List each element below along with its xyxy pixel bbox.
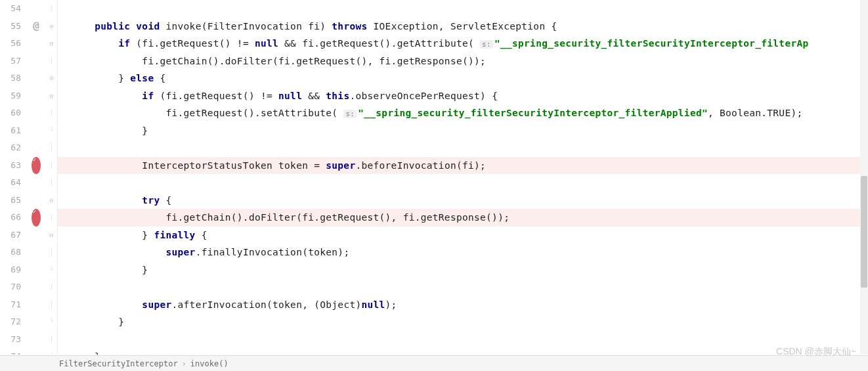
- code-line[interactable]: fi.getRequest().setAttribute( s:"__sprin…: [58, 104, 868, 122]
- code-line[interactable]: if (fi.getRequest() != null && fi.getReq…: [58, 35, 868, 53]
- code-line[interactable]: [58, 139, 868, 157]
- code-editor[interactable]: 5455565758596061626364656667686970717273…: [0, 0, 868, 355]
- fold-handle[interactable]: [46, 87, 57, 105]
- gutter-slot[interactable]: [26, 53, 46, 70]
- breadcrumb-method[interactable]: invoke(): [190, 359, 228, 368]
- line-number: 56: [0, 35, 21, 53]
- fold-handle: [46, 53, 57, 70]
- code-line[interactable]: public void invoke(FilterInvocation fi) …: [58, 18, 868, 35]
- gutter-slot[interactable]: [26, 192, 46, 209]
- gutter-slot[interactable]: [26, 244, 46, 261]
- line-number: 67: [0, 227, 21, 244]
- line-number: 58: [0, 70, 21, 87]
- gutter-slot[interactable]: [26, 331, 46, 349]
- code-line[interactable]: [58, 331, 868, 349]
- gutter-slot[interactable]: [26, 278, 46, 296]
- gutter-slot[interactable]: [26, 174, 46, 192]
- gutter-slot[interactable]: [26, 348, 46, 355]
- code-line[interactable]: InterceptorStatusToken token = super.bef…: [58, 157, 868, 175]
- code-token: finally: [154, 230, 195, 240]
- line-number: 62: [0, 139, 21, 157]
- code-line[interactable]: } finally {: [58, 227, 868, 244]
- line-number: 55: [0, 18, 21, 35]
- code-line[interactable]: [58, 0, 868, 18]
- code-token: "__spring_security_filterSecurityInterce…: [494, 38, 809, 49]
- fold-handle: [46, 348, 57, 355]
- code-token: fi.getRequest().setAttribute(: [71, 108, 343, 118]
- fold-handle[interactable]: [46, 192, 57, 209]
- fold-handle[interactable]: [46, 18, 57, 35]
- code-token: this: [326, 91, 349, 101]
- line-number: 68: [0, 244, 21, 261]
- gutter-slot[interactable]: [26, 227, 46, 244]
- code-token: }: [71, 316, 124, 327]
- code-token: null: [361, 299, 385, 310]
- code-token: [71, 247, 165, 257]
- code-token: if: [142, 91, 154, 101]
- code-line[interactable]: [58, 278, 868, 296]
- code-line[interactable]: super.finallyInvocation(token);: [58, 244, 868, 261]
- code-token: null: [278, 91, 302, 101]
- breadcrumb-class[interactable]: FilterSecurityInterceptor: [59, 359, 178, 368]
- fold-column[interactable]: [46, 0, 58, 355]
- code-line[interactable]: fi.getChain().doFilter(fi.getRequest(), …: [58, 53, 868, 70]
- code-line[interactable]: try {: [58, 192, 868, 209]
- fold-handle[interactable]: [46, 70, 57, 87]
- code-token: fi.getChain().doFilter(fi.getRequest(), …: [71, 56, 486, 66]
- code-line[interactable]: fi.getChain().doFilter(fi.getRequest(), …: [58, 209, 868, 227]
- gutter-slot[interactable]: [26, 296, 46, 314]
- code-area[interactable]: public void invoke(FilterInvocation fi) …: [58, 0, 868, 355]
- line-number: 64: [0, 174, 21, 192]
- code-line[interactable]: [58, 174, 868, 192]
- fold-handle: [46, 244, 57, 261]
- fold-handle: [46, 261, 57, 279]
- scroll-thumb[interactable]: [861, 176, 867, 288]
- gutter-slot[interactable]: [26, 139, 46, 157]
- code-token: }: [71, 125, 148, 136]
- code-line[interactable]: if (fi.getRequest() != null && this.obse…: [58, 87, 868, 105]
- line-number: 69: [0, 261, 21, 279]
- gutter-slot[interactable]: [26, 87, 46, 105]
- gutter-slot[interactable]: [26, 104, 46, 122]
- code-token: super: [142, 299, 171, 310]
- fold-handle[interactable]: [46, 227, 57, 244]
- gutter-slot[interactable]: [26, 261, 46, 279]
- breadcrumb[interactable]: FilterSecurityInterceptor › invoke(): [0, 355, 868, 371]
- code-line[interactable]: }: [58, 122, 868, 140]
- code-line[interactable]: }: [58, 348, 868, 355]
- breakpoint-icon[interactable]: [26, 157, 46, 175]
- code-token: && fi.getRequest().getAttribute(: [278, 38, 480, 49]
- code-token: "__spring_security_filterSecurityInterce…: [358, 108, 708, 118]
- fold-handle: [46, 209, 57, 227]
- gutter-slot[interactable]: [26, 35, 46, 53]
- line-number: 74: [0, 348, 21, 355]
- code-token: if: [118, 38, 130, 49]
- code-token: }: [71, 73, 130, 83]
- code-token: .observeOncePerRequest) {: [349, 91, 498, 101]
- code-token: [71, 299, 142, 310]
- code-token: {: [160, 195, 171, 206]
- line-number: 59: [0, 87, 21, 105]
- fold-handle[interactable]: [46, 35, 57, 53]
- annotations-column[interactable]: @: [26, 0, 46, 355]
- code-line[interactable]: super.afterInvocation(token, (Object)nul…: [58, 296, 868, 314]
- line-number: 65: [0, 192, 21, 209]
- breakpoint-icon[interactable]: [26, 209, 46, 227]
- parameter-hint: s:: [343, 110, 357, 118]
- gutter-slot[interactable]: [26, 70, 46, 87]
- code-line[interactable]: }: [58, 313, 868, 331]
- gutter-slot[interactable]: [26, 122, 46, 140]
- code-token: &&: [302, 91, 326, 101]
- parameter-hint: s:: [480, 40, 493, 49]
- line-number: 71: [0, 296, 21, 314]
- gutter: 5455565758596061626364656667686970717273…: [0, 0, 58, 355]
- code-line[interactable]: }: [58, 261, 868, 279]
- code-line[interactable]: } else {: [58, 70, 868, 87]
- vertical-scrollbar[interactable]: [860, 0, 868, 355]
- code-token: {: [154, 73, 165, 83]
- override-marker-icon[interactable]: @: [26, 18, 46, 35]
- gutter-slot[interactable]: [26, 313, 46, 331]
- fold-handle: [46, 331, 57, 349]
- code-token: try: [142, 195, 160, 206]
- gutter-slot[interactable]: [26, 0, 46, 18]
